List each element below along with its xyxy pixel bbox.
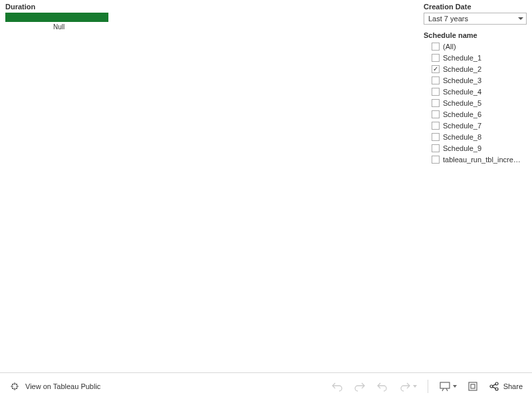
- checkbox-label: Schedule_8: [443, 133, 481, 141]
- toolbar-right: Share: [331, 380, 523, 393]
- toolbar: View on Tableau Public Share: [0, 372, 532, 399]
- chevron-down-icon: [453, 385, 457, 388]
- replay-forward-button[interactable]: [399, 381, 417, 392]
- redo-button[interactable]: [354, 381, 366, 392]
- checkbox-icon[interactable]: [432, 54, 440, 62]
- schedule-checkbox-row[interactable]: Schedule_3: [424, 75, 527, 86]
- schedule-checkbox-row[interactable]: Schedule_8: [424, 132, 527, 142]
- replay-button[interactable]: [376, 381, 388, 392]
- chevron-down-icon: [518, 17, 523, 20]
- schedule-checkbox-row[interactable]: Schedule_9: [424, 143, 527, 154]
- schedule-checkbox-row[interactable]: (All): [424, 41, 527, 52]
- checkbox-icon[interactable]: [432, 88, 440, 96]
- schedule-checkbox-row[interactable]: Schedule_4: [424, 86, 527, 97]
- svg-rect-16: [440, 382, 450, 388]
- tableau-logo-icon: [9, 381, 20, 392]
- schedule-checkbox-row[interactable]: Schedule_5: [424, 98, 527, 108]
- checkbox-icon[interactable]: [432, 122, 440, 130]
- checkbox-icon[interactable]: [432, 110, 440, 118]
- schedule-checkbox-row[interactable]: tableau_run_tbl_incre…: [424, 154, 527, 165]
- filter-panel: Creation Date Last 7 years Schedule name…: [424, 3, 527, 369]
- schedule-checkbox-row[interactable]: Schedule_1: [424, 53, 527, 63]
- checkbox-icon[interactable]: [432, 156, 440, 164]
- checkbox-label: Schedule_3: [443, 76, 481, 84]
- view-on-tableau-label: View on Tableau Public: [25, 382, 100, 390]
- checkbox-label: Schedule_2: [443, 65, 481, 73]
- schedule-checkbox-row[interactable]: Schedule_7: [424, 120, 527, 131]
- schedule-checkbox-row[interactable]: Schedule_6: [424, 109, 527, 120]
- creation-date-dropdown[interactable]: Last 7 years: [424, 13, 527, 25]
- checkbox-icon[interactable]: [432, 76, 440, 84]
- schedule-name-title: Schedule name: [424, 31, 527, 39]
- svg-point-22: [495, 382, 498, 385]
- undo-button[interactable]: [331, 381, 343, 392]
- share-button[interactable]: Share: [489, 381, 523, 392]
- fullscreen-button[interactable]: [467, 381, 478, 392]
- checkbox-label: tableau_run_tbl_incre…: [443, 156, 521, 164]
- chart-panel: Duration Null: [5, 3, 418, 369]
- bar-chart: Null: [5, 13, 418, 31]
- checkbox-label: Schedule_5: [443, 99, 481, 107]
- checkbox-label: Schedule_1: [443, 54, 481, 62]
- schedule-checkbox-list: (All)Schedule_1Schedule_2Schedule_3Sched…: [424, 41, 527, 165]
- checkbox-icon[interactable]: [432, 144, 440, 152]
- checkbox-label: Schedule_4: [443, 88, 481, 96]
- checkbox-label: (All): [443, 43, 456, 51]
- creation-date-title: Creation Date: [424, 3, 527, 11]
- toolbar-separator: [428, 380, 428, 393]
- svg-line-25: [492, 386, 495, 388]
- checkbox-label: Schedule_7: [443, 122, 481, 130]
- presentation-button[interactable]: [439, 381, 457, 392]
- svg-line-24: [492, 384, 495, 385]
- bar-label-null: Null: [53, 23, 418, 31]
- bar-null[interactable]: [5, 13, 108, 22]
- svg-point-21: [490, 385, 493, 388]
- checkbox-icon[interactable]: [432, 133, 440, 141]
- checkbox-label: Schedule_6: [443, 110, 481, 118]
- duration-title: Duration: [5, 3, 418, 11]
- share-label: Share: [503, 382, 523, 390]
- checkbox-icon[interactable]: [432, 65, 440, 73]
- view-on-tableau-public[interactable]: View on Tableau Public: [9, 381, 100, 392]
- checkbox-icon[interactable]: [432, 43, 440, 51]
- chevron-down-icon: [413, 385, 417, 388]
- creation-date-value: Last 7 years: [428, 15, 468, 23]
- checkbox-icon[interactable]: [432, 99, 440, 107]
- svg-rect-20: [471, 384, 475, 388]
- svg-point-23: [495, 388, 498, 390]
- schedule-checkbox-row[interactable]: Schedule_2: [424, 64, 527, 74]
- checkbox-label: Schedule_9: [443, 144, 481, 152]
- svg-rect-19: [469, 382, 477, 390]
